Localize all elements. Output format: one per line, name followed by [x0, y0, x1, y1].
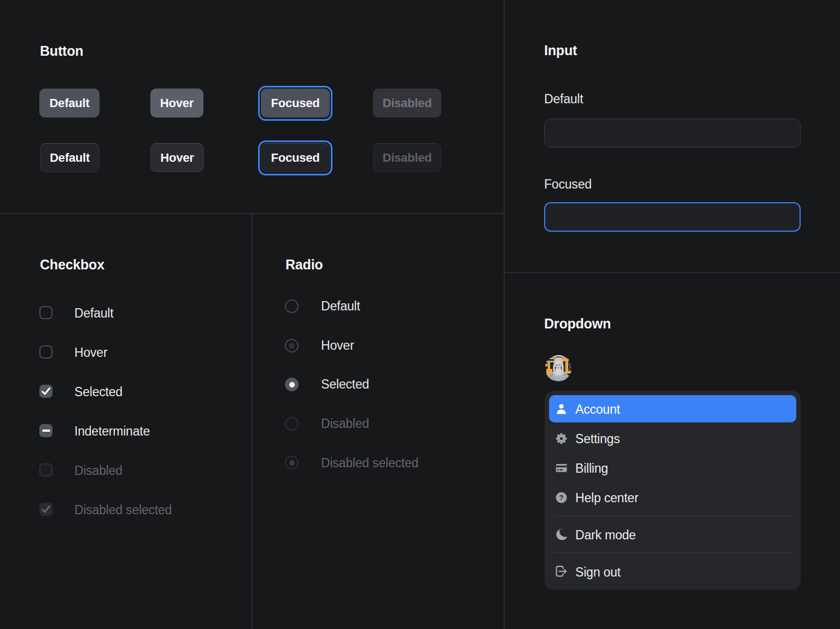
svg-text:?: ?: [559, 493, 564, 502]
